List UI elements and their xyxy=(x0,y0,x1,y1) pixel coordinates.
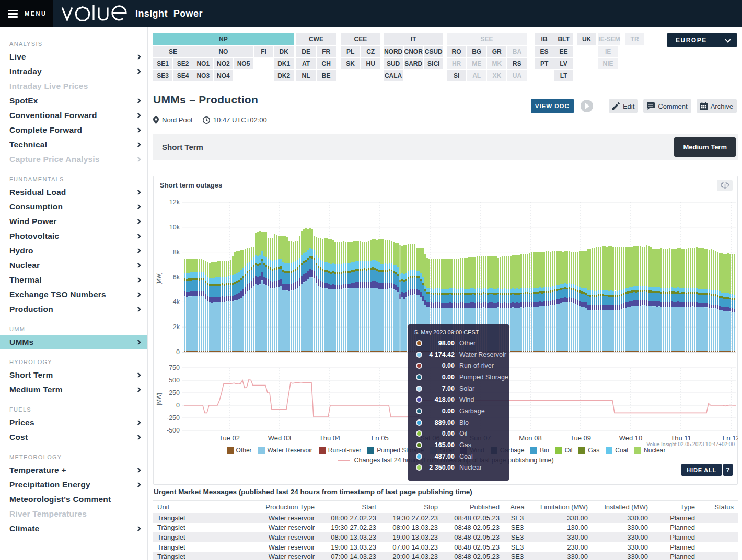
region-button-no[interactable]: NO xyxy=(193,46,253,57)
legend-item-water-reservoir[interactable]: Water Reservoir xyxy=(258,447,312,454)
umm-col-stop[interactable]: Stop xyxy=(380,501,442,514)
region-button-cz[interactable]: CZ xyxy=(361,46,380,57)
region-button-se4[interactable]: SE4 xyxy=(173,70,193,81)
sidebar-item-photovoltaic[interactable]: Photovoltaic xyxy=(0,229,147,243)
sidebar-item-precipitation-energy[interactable]: Precipitation Energy xyxy=(0,477,147,492)
sidebar-item-cost[interactable]: Cost xyxy=(0,430,147,445)
region-button-se[interactable]: SE xyxy=(153,46,193,57)
region-button-blt[interactable]: BLT xyxy=(554,33,573,45)
region-button-hu[interactable]: HU xyxy=(361,58,380,69)
umm-table-row[interactable]: TrängsletWater reservoir19:00 13.03.2307… xyxy=(153,542,738,552)
comment-button[interactable]: Comment xyxy=(643,99,691,113)
sidebar-item-prices[interactable]: Prices xyxy=(0,415,147,430)
region-button-ib[interactable]: IB xyxy=(535,33,554,45)
legend-item-coal[interactable]: Coal xyxy=(606,447,628,454)
region-button-gr[interactable]: GR xyxy=(487,46,506,57)
region-button-lt[interactable]: LT xyxy=(554,70,573,81)
umm-col-unit[interactable]: Unit xyxy=(153,501,258,514)
umm-col-published[interactable]: Published xyxy=(442,501,504,514)
region-button-csud[interactable]: CSUD xyxy=(424,46,443,57)
region-button-ee[interactable]: EE xyxy=(554,46,573,57)
legend-item-nuclear[interactable]: Nuclear xyxy=(634,447,665,454)
region-button-no5[interactable]: NO5 xyxy=(234,58,253,69)
region-button-se2[interactable]: SE2 xyxy=(173,58,193,69)
sidebar-item-residual-load[interactable]: Residual Load xyxy=(0,185,147,200)
sidebar-item-technical[interactable]: Technical xyxy=(0,137,147,152)
sidebar-item-complete-forward[interactable]: Complete Forward xyxy=(0,123,147,137)
region-button-sard[interactable]: SARD xyxy=(404,58,423,69)
region-button-cnor[interactable]: CNOR xyxy=(404,46,423,57)
sidebar-item-intraday[interactable]: Intraday xyxy=(0,64,147,79)
region-button-ie-sem[interactable]: IE-SEM xyxy=(598,33,620,45)
region-button-no4[interactable]: NO4 xyxy=(214,70,233,81)
legend-item-oil[interactable]: Oil xyxy=(555,447,573,454)
region-button-sici[interactable]: SICI xyxy=(424,58,443,69)
umm-table-row[interactable]: TrängsletWater reservoir07:00 14.03.2320… xyxy=(153,552,738,560)
umm-col-limitation-mw-[interactable]: Limitation (MW) xyxy=(531,501,592,514)
sidebar-item-production[interactable]: Production xyxy=(0,302,147,317)
legend-item-other[interactable]: Other xyxy=(227,447,252,454)
region-button-es[interactable]: ES xyxy=(535,46,554,57)
umm-col-area[interactable]: Area xyxy=(504,501,531,514)
region-button-se1[interactable]: SE1 xyxy=(153,58,172,69)
sidebar-item-live[interactable]: Live xyxy=(0,50,147,64)
sidebar-item-thermal[interactable]: Thermal xyxy=(0,273,147,287)
region-button-at[interactable]: AT xyxy=(296,58,316,69)
sidebar-item-exchange-tso-numbers[interactable]: Exchange TSO Numbers xyxy=(0,287,147,302)
region-button-tr[interactable]: TR xyxy=(625,33,644,45)
region-button-dk2[interactable]: DK2 xyxy=(274,70,294,81)
region-button-be[interactable]: BE xyxy=(317,70,336,81)
region-button-rs[interactable]: RS xyxy=(507,58,527,69)
edit-button[interactable]: Edit xyxy=(609,99,638,113)
region-button-dk[interactable]: DK xyxy=(274,46,294,57)
region-button-cwe[interactable]: CWE xyxy=(296,33,336,45)
region-button-ro[interactable]: RO xyxy=(447,46,466,57)
region-button-pt[interactable]: PT xyxy=(535,58,554,69)
region-button-np[interactable]: NP xyxy=(153,33,294,45)
legend-item-bio[interactable]: Bio xyxy=(530,447,549,454)
region-button-no2[interactable]: NO2 xyxy=(214,58,233,69)
region-button-uk[interactable]: UK xyxy=(577,33,596,45)
sidebar-item-medium-term[interactable]: Medium Term xyxy=(0,382,147,397)
archive-button[interactable]: Archive xyxy=(697,99,737,113)
region-button-sk[interactable]: SK xyxy=(341,58,360,69)
sidebar-item-temperature-[interactable]: Temperature + xyxy=(0,463,147,477)
umm-col-installed-mw-[interactable]: Installed (MW) xyxy=(592,501,652,514)
umm-table-row[interactable]: TrängsletWater reservoir08:00 27.02.2319… xyxy=(153,513,738,523)
region-button-fi[interactable]: FI xyxy=(254,46,273,57)
region-button-it[interactable]: IT xyxy=(384,33,443,45)
region-button-de[interactable]: DE xyxy=(296,46,316,57)
umm-table-row[interactable]: TrängsletWater reservoir08:00 13.03.2319… xyxy=(153,532,738,542)
sidebar-item-hydro[interactable]: Hydro xyxy=(0,243,147,258)
region-button-pl[interactable]: PL xyxy=(341,46,360,57)
sidebar-item-meteorologist-s-comment[interactable]: Meteorologist's Comment xyxy=(0,492,147,507)
sidebar-item-climate[interactable]: Climate xyxy=(0,521,147,536)
region-button-si[interactable]: SI xyxy=(447,70,466,81)
region-button-se3[interactable]: SE3 xyxy=(153,70,172,81)
umm-table-row[interactable]: TrängsletWater reservoir19:30 27.02.2308… xyxy=(153,523,738,533)
region-button-sud[interactable]: SUD xyxy=(384,58,403,69)
region-button-fr[interactable]: FR xyxy=(317,46,336,57)
region-button-dk1[interactable]: DK1 xyxy=(274,58,294,69)
region-button-no1[interactable]: NO1 xyxy=(193,58,213,69)
region-button-ch[interactable]: CH xyxy=(317,58,336,69)
region-button-nl[interactable]: NL xyxy=(296,70,316,81)
sidebar-item-short-term[interactable]: Short Term xyxy=(0,368,147,382)
sidebar-item-wind-power[interactable]: Wind Power xyxy=(0,214,147,229)
menu-button[interactable]: MENU xyxy=(0,0,53,27)
help-button[interactable]: ? xyxy=(723,464,733,476)
umm-col-type[interactable]: Type xyxy=(652,501,699,514)
umm-col-production-type[interactable]: Production Type xyxy=(258,501,319,514)
view-doc-button[interactable]: VIEW DOC xyxy=(531,99,574,113)
sidebar-item-nuclear[interactable]: Nuclear xyxy=(0,258,147,273)
region-button-see[interactable]: SEE xyxy=(447,33,527,45)
region-button-nord[interactable]: NORD xyxy=(384,46,403,57)
sidebar-item-conventional-forward[interactable]: Conventional Forward xyxy=(0,108,147,123)
region-button-bg[interactable]: BG xyxy=(467,46,486,57)
legend-item-run-of-river[interactable]: Run-of-river xyxy=(319,447,361,454)
hide-all-button[interactable]: HIDE ALL xyxy=(681,464,722,476)
sidebar-item-consumption[interactable]: Consumption xyxy=(0,200,147,214)
region-button-cee[interactable]: CEE xyxy=(341,33,380,45)
walkthrough-play-button[interactable] xyxy=(581,100,593,112)
umm-col-start[interactable]: Start xyxy=(319,501,380,514)
